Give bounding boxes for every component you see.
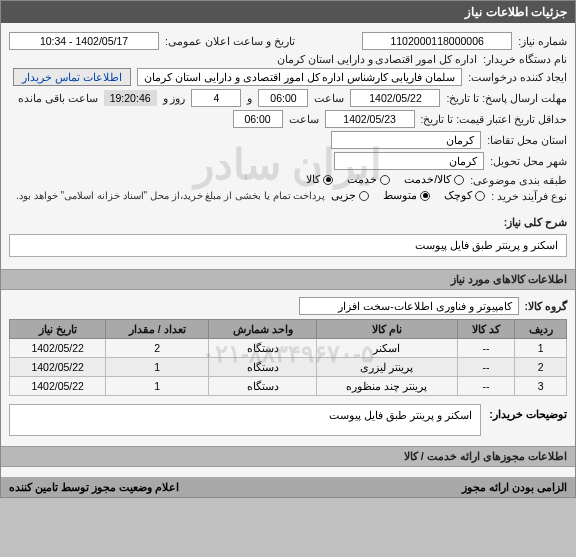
deliv-place-label: شهر محل تحویل:	[490, 155, 567, 167]
time-remaining: 19:20:46	[104, 90, 157, 106]
buyer-notes-row: توضیحات خریدار: اسکنر و پرینتر طبق فایل …	[9, 404, 567, 436]
table-header-row: ردیف کد کالا نام کالا واحد شمارش تعداد /…	[10, 320, 567, 339]
announce-value: 1402/05/17 - 10:34	[9, 32, 159, 50]
deadline-time: 06:00	[258, 89, 308, 107]
va-label: و	[247, 92, 252, 104]
creator-label: ایجاد کننده درخواست:	[468, 71, 567, 83]
deadline-date: 1402/05/22	[350, 89, 440, 107]
radio-service[interactable]: خدمت	[347, 173, 390, 186]
th-name: نام کالا	[317, 320, 458, 339]
license-footer-left: اعلام وضعیت مجوز توسط تامین کننده	[9, 481, 179, 493]
need-no-label: شماره نیاز:	[518, 35, 567, 47]
need-no-value: 1102000118000006	[362, 32, 512, 50]
valid-label: حداقل تاریخ اعتبار قیمت: تا تاریخ:	[421, 113, 567, 125]
subject-class-label: طبقه بندی موضوعی:	[470, 174, 567, 186]
buyer-value: اداره کل امور اقتصادی و دارایی استان کرم…	[277, 53, 477, 65]
req-place-label: استان محل تقاضا:	[487, 134, 567, 146]
req-place-value: کرمان	[331, 131, 481, 149]
days-remaining: 4	[191, 89, 241, 107]
radio-goods-service[interactable]: کالا/خدمت	[404, 173, 464, 186]
buyer-label: نام دستگاه خریدار:	[483, 53, 567, 65]
th-code: کد کالا	[457, 320, 515, 339]
overall-desc-text: اسکنر و پرینتر طبق فایل پیوست	[9, 234, 567, 257]
subject-radio-group: کالا/خدمت خدمت کالا	[306, 173, 464, 186]
group-value: کامپیوتر و فناوری اطلاعات-سخت افزار	[299, 297, 519, 315]
buyer-notes-label: توضیحات خریدار:	[489, 404, 567, 436]
valid-time: 06:00	[233, 110, 283, 128]
saat-label-2: ساعت	[289, 113, 319, 125]
announce-label: تاریخ و ساعت اعلان عمومی:	[165, 35, 295, 47]
th-date: تاریخ نیاز	[10, 320, 106, 339]
th-unit: واحد شمارش	[209, 320, 317, 339]
radio-partial[interactable]: جزیی	[331, 189, 369, 202]
saat-label-1: ساعت	[314, 92, 344, 104]
process-label: نوع فرآیند خرید :	[491, 190, 567, 202]
radio-goods[interactable]: کالا	[306, 173, 333, 186]
overall-desc-label: شرح کلی نیاز:	[504, 216, 567, 228]
rooz-label: روز و	[163, 92, 186, 104]
remain-label: ساعت باقی مانده	[18, 92, 98, 104]
license-section-title: اطلاعات مجوزهای ارائه خدمت / کالا	[1, 446, 575, 467]
license-footer-right: الزامی بودن ارائه مجوز	[462, 481, 567, 493]
deadline-label: مهلت ارسال پاسخ: تا تاریخ:	[446, 92, 567, 104]
table-row: 3--پرینتر چند منظورهدستگاه11402/05/22	[10, 377, 567, 396]
process-note: پرداخت تمام یا بخشی از مبلغ خرید،از محل …	[16, 190, 325, 201]
creator-value: سلمان فاریابی کارشناس اداره کل امور اقتص…	[137, 68, 462, 86]
goods-section-title: اطلاعات کالاهای مورد نیاز	[1, 269, 575, 290]
radio-medium[interactable]: متوسط	[383, 189, 430, 202]
valid-date: 1402/05/23	[325, 110, 415, 128]
group-label: گروه کالا:	[525, 300, 567, 312]
th-qty: تعداد / مقدار	[106, 320, 209, 339]
table-row: 1--اسکنردستگاه21402/05/22	[10, 339, 567, 358]
process-radio-group: کوچک متوسط جزیی	[331, 189, 485, 202]
contact-buyer-button[interactable]: اطلاعات تماس خریدار	[13, 68, 131, 86]
need-details-panel: جزئیات اطلاعات نیاز شماره نیاز: 11020001…	[0, 0, 576, 498]
table-row: 2--پرینتر لیزریدستگاه11402/05/22	[10, 358, 567, 377]
th-row: ردیف	[515, 320, 567, 339]
goods-table: ردیف کد کالا نام کالا واحد شمارش تعداد /…	[9, 319, 567, 396]
radio-small[interactable]: کوچک	[444, 189, 485, 202]
panel-title: جزئیات اطلاعات نیاز	[1, 1, 575, 23]
license-footer: الزامی بودن ارائه مجوز اعلام وضعیت مجوز …	[1, 477, 575, 497]
form-area: شماره نیاز: 1102000118000006 تاریخ و ساع…	[1, 23, 575, 211]
buyer-notes-text: اسکنر و پرینتر طبق فایل پیوست	[9, 404, 481, 436]
deliv-place-value: کرمان	[334, 152, 484, 170]
